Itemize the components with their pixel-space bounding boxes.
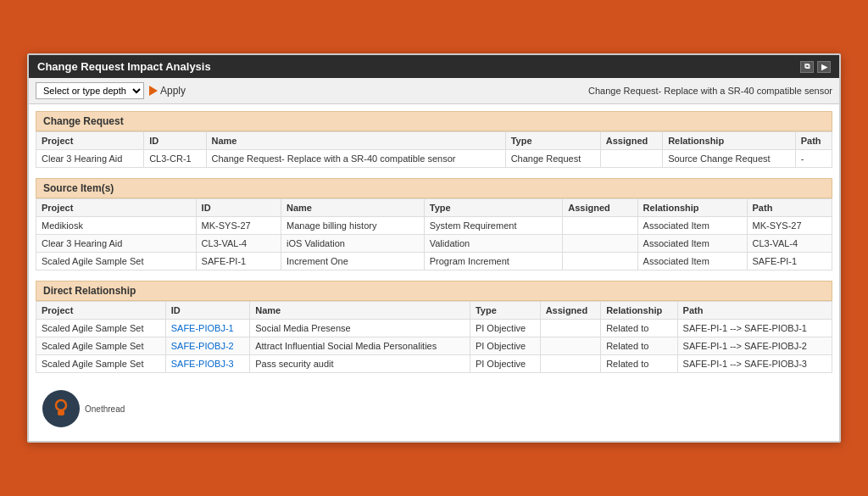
cell-id: SAFE-PI-1 [196,253,281,270]
cell-path: SAFE-PI-1 --> SAFE-PIOBJ-3 [677,355,832,373]
cell-project: Clear 3 Hearing Aid [36,150,144,168]
cell-path: SAFE-PI-1 --> SAFE-PIOBJ-1 [677,320,832,337]
col-id: ID [144,132,206,150]
cell-name: Increment One [281,253,425,270]
source-items-header: Source Item(s) [36,178,832,198]
direct-relationship-table: Project ID Name Type Assigned Relationsh… [36,301,832,373]
cell-path: MK-SYS-27 [747,217,832,235]
source-items-header-row: Project ID Name Type Assigned Relationsh… [36,199,832,217]
table-row: Scaled Agile Sample Set SAFE-PIOBJ-1 Soc… [36,320,832,337]
col-path: Path [795,132,832,150]
cell-assigned [563,253,637,270]
logo-area: Onethread [36,383,832,434]
cell-project: Medikiosk [36,217,197,235]
cell-assigned [540,337,601,355]
source-items-table: Project ID Name Type Assigned Relationsh… [36,198,832,270]
cell-assigned [600,150,662,168]
cell-relationship: Associated Item [637,253,747,270]
col-assigned: Assigned [600,132,662,150]
col-project: Project [36,199,197,217]
apply-label: Apply [160,85,186,97]
table-row: Scaled Agile Sample Set SAFE-PIOBJ-2 Att… [36,337,832,355]
restore-button[interactable]: ⧉ [800,61,814,73]
cell-relationship: Related to [601,320,677,337]
table-row: Clear 3 Hearing Aid CL3-CR-1 Change Requ… [36,150,832,168]
svg-rect-1 [58,410,64,415]
direct-relationship-header-row: Project ID Name Type Assigned Relationsh… [36,302,832,320]
change-request-section: Change Request Project ID Name Type Assi… [36,111,832,168]
cell-name: Manage billing history [281,217,425,235]
cell-name: Change Request- Replace with a SR-40 com… [206,150,505,168]
cell-relationship: Associated Item [637,217,747,235]
direct-relationship-header: Direct Relationship [36,281,832,301]
svg-point-0 [56,400,66,410]
col-path: Path [747,199,832,217]
cell-id: CL3-VAL-4 [196,235,281,253]
col-project: Project [36,302,166,320]
col-name: Name [281,199,425,217]
col-relationship: Relationship [637,199,747,217]
window-title: Change Request Impact Analysis [37,60,211,73]
main-content: Change Request Project ID Name Type Assi… [29,104,839,441]
table-row: Clear 3 Hearing Aid CL3-VAL-4 iOS Valida… [36,235,832,253]
app-window: Change Request Impact Analysis ⧉ ▶ Selec… [27,53,841,443]
toolbar: Select or type depth Apply Change Reques… [29,78,839,104]
apply-button[interactable]: Apply [149,85,186,97]
cell-id[interactable]: SAFE-PIOBJ-2 [165,337,250,355]
toolbar-left: Select or type depth Apply [36,82,186,99]
col-assigned: Assigned [563,199,637,217]
cell-relationship: Associated Item [637,235,747,253]
cell-relationship: Source Change Request [663,150,796,168]
col-id: ID [196,199,281,217]
cell-type: Change Request [505,150,600,168]
col-project: Project [36,132,144,150]
col-name: Name [250,302,470,320]
col-path: Path [677,302,832,320]
cell-id: CL3-CR-1 [144,150,206,168]
logo-circle [42,390,80,427]
direct-relationship-section: Direct Relationship Project ID Name Type… [36,281,832,373]
cell-project: Scaled Agile Sample Set [36,253,197,270]
cell-name: Social Media Presense [250,320,470,337]
col-id: ID [165,302,250,320]
cell-relationship: Related to [601,355,677,373]
col-name: Name [206,132,505,150]
cell-type: PI Objective [470,337,540,355]
cell-assigned [540,320,601,337]
cell-name: Pass security audit [250,355,470,373]
col-type: Type [505,132,600,150]
cell-relationship: Related to [601,337,677,355]
cell-name: Attract Influential Social Media Persona… [250,337,470,355]
cell-assigned [540,355,601,373]
cell-id: MK-SYS-27 [196,217,281,235]
cell-type: PI Objective [470,355,540,373]
cell-path: - [795,150,832,168]
cell-type: PI Objective [470,320,540,337]
cell-project: Scaled Agile Sample Set [36,355,166,373]
cell-type: Program Increment [424,253,563,270]
col-type: Type [424,199,563,217]
cell-id[interactable]: SAFE-PIOBJ-3 [165,355,250,373]
title-bar: Change Request Impact Analysis ⧉ ▶ [29,55,839,78]
cell-project: Clear 3 Hearing Aid [36,235,197,253]
change-request-header: Change Request [36,111,832,131]
table-row: Scaled Agile Sample Set SAFE-PIOBJ-3 Pas… [36,355,832,373]
cell-project: Scaled Agile Sample Set [36,337,166,355]
col-relationship: Relationship [601,302,677,320]
change-request-table: Project ID Name Type Assigned Relationsh… [36,131,832,168]
cell-path: SAFE-PI-1 [747,253,832,270]
close-button[interactable]: ▶ [817,61,831,73]
cell-path: CL3-VAL-4 [747,235,832,253]
col-type: Type [470,302,540,320]
cell-type: System Requirement [424,217,563,235]
cell-assigned [563,235,637,253]
table-row: Medikiosk MK-SYS-27 Manage billing histo… [36,217,832,235]
col-assigned: Assigned [540,302,601,320]
apply-icon [149,86,158,96]
change-request-header-row: Project ID Name Type Assigned Relationsh… [36,132,832,150]
cell-id[interactable]: SAFE-PIOBJ-1 [165,320,250,337]
logo-icon [49,397,73,421]
toolbar-right-text: Change Request- Replace with a SR-40 com… [588,86,832,96]
logo-brand: Onethread [85,404,125,414]
depth-select[interactable]: Select or type depth [36,82,144,99]
